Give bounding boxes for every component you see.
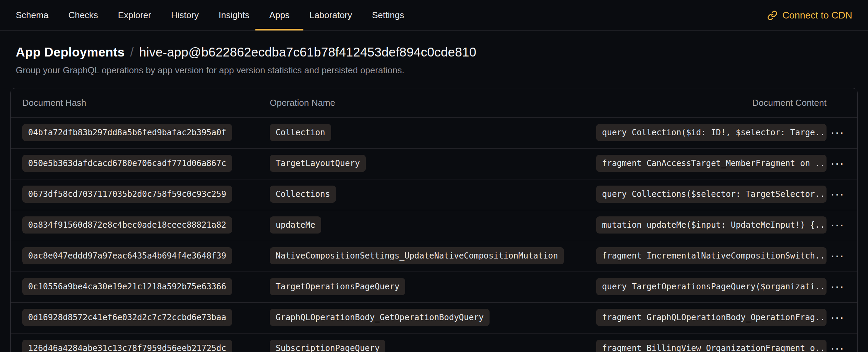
page-heading: App Deployments/hive-app@b622862ecdba7c6… [0, 31, 868, 76]
document-content-badge: fragment IncrementalNativeCompositionSwi… [596, 247, 827, 264]
column-header-operation-name: Operation Name [270, 98, 596, 108]
row-menu-button[interactable]: ··· [827, 314, 848, 322]
row-menu-button[interactable]: ··· [827, 345, 848, 352]
documents-table: Document Hash Operation Name Document Co… [10, 88, 858, 352]
table-row: 0a834f91560d872e8c4bec0ade18ceec88821a82… [11, 210, 857, 241]
nav-tabs: Schema Checks Explorer History Insights … [16, 0, 404, 30]
document-content-badge: fragment GraphQLOperationBody_OperationF… [596, 309, 827, 326]
breadcrumb-separator: / [130, 45, 134, 59]
document-hash-badge: 0ac8e047eddd97a97eac6435a4b694f4e3648f39 [22, 247, 232, 264]
nav-tab-label: Apps [269, 10, 289, 21]
document-content-badge: mutation updateMe($input: UpdateMeInput!… [596, 216, 827, 234]
document-content-badge: query Collections($selector: TargetSelec… [596, 186, 827, 203]
table-row: 0ac8e047eddd97a97eac6435a4b694f4e3648f39… [11, 241, 857, 272]
breadcrumb-app-id: hive-app@b622862ecdba7c61b78f412453def89… [139, 45, 477, 59]
nav-tab-label: Insights [219, 10, 250, 21]
operation-name-badge: GraphQLOperationBody_GetOperationBodyQue… [270, 309, 490, 326]
table-row: 0673df58cd7037117035b2d0c758f59c0c93c259… [11, 179, 857, 210]
operation-name-badge: updateMe [270, 216, 321, 234]
row-menu-button[interactable]: ··· [827, 191, 848, 199]
document-content-badge: query Collection($id: ID!, $selector: Ta… [596, 124, 827, 141]
nav-tab-explorer[interactable]: Explorer [118, 0, 151, 30]
nav-tab-label: Laboratory [310, 10, 352, 21]
row-menu-button[interactable]: ··· [827, 284, 848, 291]
document-hash-badge: 0673df58cd7037117035b2d0c758f59c0c93c259 [22, 186, 232, 203]
document-hash-badge: 0d16928d8572c41ef6e032d2c7c72ccbd6e73baa [22, 309, 232, 326]
nav-tab-label: Settings [372, 10, 404, 21]
page-subtitle: Group your GraphQL operations by app ver… [16, 65, 852, 76]
nav-tab-label: History [171, 10, 199, 21]
breadcrumb: App Deployments/hive-app@b622862ecdba7c6… [16, 45, 852, 60]
link-icon [767, 10, 777, 21]
nav-tab-history[interactable]: History [171, 0, 199, 30]
nav-tab-checks[interactable]: Checks [68, 0, 98, 30]
document-content-badge: query TargetOperationsPageQuery($organiz… [596, 278, 827, 295]
table-row: 0d16928d8572c41ef6e032d2c7c72ccbd6e73baa… [11, 303, 857, 334]
operation-name-badge: TargetLayoutQuery [270, 155, 366, 172]
nav-tab-schema[interactable]: Schema [16, 0, 48, 30]
nav-tab-label: Explorer [118, 10, 151, 21]
breadcrumb-app-deployments-link[interactable]: App Deployments [16, 45, 125, 59]
column-header-document-content: Document Content [596, 98, 827, 108]
document-content-badge: fragment CanAccessTarget_MemberFragment … [596, 155, 827, 172]
row-menu-button[interactable]: ··· [827, 253, 848, 260]
table-row: 126d46a4284abe31c13c78f7959d56eeb21725dc… [11, 334, 857, 352]
document-hash-badge: 050e5b363dafdcacd6780e706cadf771d06a867c [22, 155, 232, 172]
operation-name-badge: Collections [270, 186, 336, 203]
table-row: 050e5b363dafdcacd6780e706cadf771d06a867c… [11, 149, 857, 179]
nav-tab-laboratory[interactable]: Laboratory [310, 0, 352, 30]
table-row: 04bfa72dfb83b297dd8a5b6fed9bafac2b395a0f… [11, 118, 857, 149]
operation-name-badge: SubscriptionPageQuery [270, 340, 385, 352]
operation-name-badge: TargetOperationsPageQuery [270, 278, 405, 295]
nav-tab-settings[interactable]: Settings [372, 0, 404, 30]
operation-name-badge: NativeCompositionSettings_UpdateNativeCo… [270, 247, 564, 264]
connect-to-cdn-label: Connect to CDN [782, 10, 852, 21]
column-header-document-hash: Document Hash [22, 98, 270, 108]
document-content-badge: fragment BillingView_OrganizationFragmen… [596, 340, 827, 352]
nav-tab-label: Schema [16, 10, 48, 21]
document-hash-badge: 126d46a4284abe31c13c78f7959d56eeb21725dc [22, 340, 232, 352]
top-navigation: Schema Checks Explorer History Insights … [0, 0, 868, 31]
nav-tab-insights[interactable]: Insights [219, 0, 250, 30]
row-menu-button[interactable]: ··· [827, 222, 848, 229]
table-body: 04bfa72dfb83b297dd8a5b6fed9bafac2b395a0f… [11, 118, 857, 352]
connect-to-cdn-button[interactable]: Connect to CDN [767, 0, 852, 30]
table-header-row: Document Hash Operation Name Document Co… [11, 88, 857, 118]
document-hash-badge: 04bfa72dfb83b297dd8a5b6fed9bafac2b395a0f [22, 124, 232, 141]
document-hash-badge: 0a834f91560d872e8c4bec0ade18ceec88821a82 [22, 216, 232, 234]
nav-tab-label: Checks [68, 10, 98, 21]
table-row: 0c10556a9be4ca30e19e21c1218a592b75e63366… [11, 272, 857, 303]
row-menu-button[interactable]: ··· [827, 129, 848, 137]
nav-tab-apps[interactable]: Apps [269, 0, 289, 30]
document-hash-badge: 0c10556a9be4ca30e19e21c1218a592b75e63366 [22, 278, 232, 295]
operation-name-badge: Collection [270, 124, 331, 141]
row-menu-button[interactable]: ··· [827, 160, 848, 168]
